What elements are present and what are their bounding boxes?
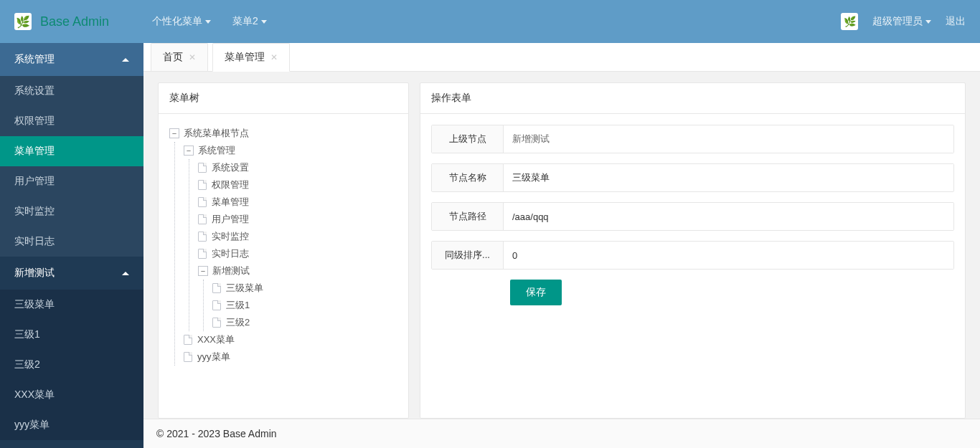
collapse-icon[interactable]: − [169, 128, 179, 138]
file-icon [212, 318, 221, 328]
save-button[interactable]: 保存 [510, 280, 562, 305]
tree-panel: 菜单树 −系统菜单根节点 −系统管理 系统设置 权限管理 菜单管理 用户管理 实… [158, 82, 409, 419]
tab-menumgmt[interactable]: 菜单管理✕ [212, 43, 290, 72]
file-icon [198, 180, 207, 190]
tab-home[interactable]: 首页✕ [151, 43, 208, 71]
label-path: 节点路径 [432, 203, 504, 230]
collapse-icon[interactable]: − [198, 266, 208, 276]
tree-leaf[interactable]: 实时监控 [198, 228, 397, 245]
label-name: 节点名称 [432, 164, 504, 191]
sidebar-item-l3-2[interactable]: 三级2 [0, 350, 143, 380]
top-menu-custom[interactable]: 个性化菜单 [152, 15, 211, 28]
sidebar: 系统管理 系统设置 权限管理 菜单管理 用户管理 实时监控 实时日志 新增测试 … [0, 43, 143, 448]
sidebar-section-newtest[interactable]: 新增测试 [0, 257, 143, 290]
input-name[interactable] [504, 164, 953, 191]
sidebar-item-yyy[interactable]: yyy菜单 [0, 410, 143, 440]
caret-up-icon [122, 58, 129, 62]
form-panel: 操作表单 上级节点 节点名称 节点路径 [420, 82, 966, 419]
logout-link[interactable]: 退出 [946, 15, 966, 28]
avatar[interactable]: 🌿 [841, 13, 858, 30]
tree-leaf[interactable]: 三级菜单 [212, 280, 397, 297]
tree-leaf[interactable]: 系统设置 [198, 159, 397, 176]
tree-root[interactable]: −系统菜单根节点 [169, 125, 397, 142]
tree-node-sysmgmt[interactable]: −系统管理 [184, 142, 397, 159]
tree-leaf[interactable]: 三级1 [212, 297, 397, 314]
tree-leaf-yyy[interactable]: yyy菜单 [184, 348, 397, 366]
footer: © 2021 - 2023 Base Admin [143, 419, 980, 448]
sidebar-item-menumgmt[interactable]: 菜单管理 [0, 136, 143, 166]
file-icon [184, 352, 192, 362]
close-icon[interactable]: ✕ [189, 52, 196, 62]
tree-node-newtest[interactable]: −新增测试 [198, 262, 397, 280]
form-panel-title: 操作表单 [420, 83, 965, 114]
tree-panel-title: 菜单树 [159, 83, 408, 114]
caret-up-icon [122, 272, 129, 275]
file-icon [198, 249, 207, 259]
tabs: 首页✕ 菜单管理✕ [143, 43, 980, 72]
tree-leaf[interactable]: 用户管理 [198, 211, 397, 228]
logo-icon: 🌿 [14, 13, 32, 30]
tree-leaf[interactable]: 权限管理 [198, 176, 397, 194]
sidebar-section-sysmgmt[interactable]: 系统管理 [0, 43, 143, 76]
sidebar-item-log[interactable]: 实时日志 [0, 227, 143, 257]
user-role-dropdown[interactable]: 超级管理员 [872, 15, 931, 28]
file-icon [198, 163, 207, 173]
caret-down-icon [205, 20, 211, 24]
label-sort: 同级排序... [432, 242, 504, 269]
tree-leaf-xxx[interactable]: XXX菜单 [184, 331, 397, 348]
input-path[interactable] [504, 203, 953, 230]
sidebar-item-syssettings[interactable]: 系统设置 [0, 76, 143, 106]
file-icon [198, 232, 207, 242]
input-parent[interactable] [504, 125, 953, 153]
top-menu: 个性化菜单 菜单2 [152, 15, 267, 28]
sidebar-item-l3-1[interactable]: 三级1 [0, 320, 143, 350]
file-icon [198, 214, 207, 224]
tree-leaf[interactable]: 三级2 [212, 314, 397, 331]
file-icon [212, 283, 221, 293]
input-sort[interactable] [504, 242, 953, 269]
sidebar-item-auth[interactable]: 权限管理 [0, 106, 143, 136]
file-icon [184, 335, 192, 345]
close-icon[interactable]: ✕ [270, 52, 278, 62]
caret-down-icon [261, 20, 267, 24]
topbar: 🌿 Base Admin 个性化菜单 菜单2 🌿 超级管理员 退出 [0, 0, 980, 43]
sidebar-item-usermgmt[interactable]: 用户管理 [0, 166, 143, 196]
file-icon [212, 300, 221, 310]
sidebar-item-monitor[interactable]: 实时监控 [0, 196, 143, 227]
brand: Base Admin [40, 14, 109, 29]
tree-leaf[interactable]: 菜单管理 [198, 194, 397, 211]
sidebar-item-l3menu[interactable]: 三级菜单 [0, 290, 143, 320]
sidebar-item-xxx[interactable]: XXX菜单 [0, 380, 143, 410]
label-parent: 上级节点 [432, 125, 504, 153]
file-icon [198, 197, 207, 207]
top-menu-2[interactable]: 菜单2 [232, 15, 267, 28]
collapse-icon[interactable]: − [184, 146, 194, 156]
caret-down-icon [925, 20, 931, 24]
tree-leaf[interactable]: 实时日志 [198, 245, 397, 262]
